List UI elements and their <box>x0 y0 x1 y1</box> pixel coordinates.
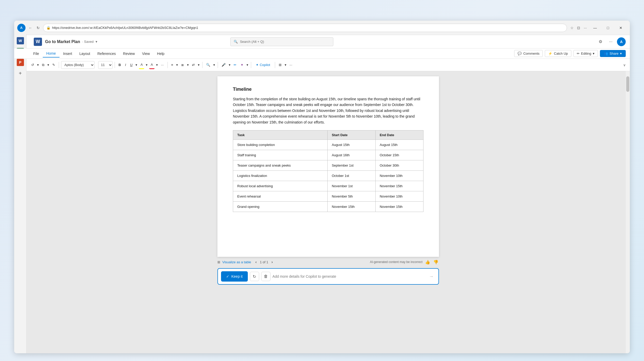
user-avatar-button[interactable]: A <box>617 37 626 46</box>
dictate-button[interactable]: 🎤 <box>220 61 227 69</box>
send-button[interactable]: → <box>427 272 435 281</box>
dictate-dropdown[interactable]: ▾ <box>228 61 231 69</box>
share-button[interactable]: 👥 Share ▾ <box>600 50 626 57</box>
menu-layout[interactable]: Layout <box>76 50 94 57</box>
menu-bar-right: 💬 Comments ⚡ Catch Up ✏ Editing ▾ 👥 Shar… <box>514 50 626 57</box>
text-direction-button[interactable]: ⇄ <box>190 61 196 69</box>
highlight-dropdown[interactable]: ▾ <box>145 61 148 69</box>
table-cell-end: October 15th <box>375 150 423 160</box>
catchup-button[interactable]: ⚡ Catch Up <box>545 50 571 57</box>
share-label: Share <box>609 52 618 55</box>
table-cell-task: Robust local advertising <box>233 181 328 191</box>
app-search-bar[interactable]: 🔍 Search (Alt + Q) <box>230 37 333 46</box>
favorites-button[interactable]: ☆ <box>569 25 575 31</box>
back-button[interactable]: ← <box>28 25 33 31</box>
thumbs-down-button[interactable]: 👎 <box>433 259 439 265</box>
bold-button[interactable]: B <box>117 61 122 69</box>
maximize-button[interactable]: □ <box>602 24 614 32</box>
copilot-button[interactable]: ✦ Copilot <box>253 61 273 69</box>
menu-help[interactable]: Help <box>154 50 168 57</box>
settings-button[interactable]: ⚙ <box>596 38 605 46</box>
comments-label: Comments <box>523 52 539 55</box>
table-cell-start: November 5th <box>327 191 375 201</box>
word-app-button[interactable]: W <box>16 36 25 45</box>
clipboard-button[interactable]: ⧉ <box>40 61 46 69</box>
font-selector[interactable]: Aptos (Body) <box>61 61 95 69</box>
separator-1 <box>59 62 59 68</box>
separator-5 <box>218 62 218 68</box>
saved-dropdown[interactable]: ▾ <box>96 40 97 44</box>
bullets-dropdown[interactable]: ▾ <box>176 61 179 69</box>
table-cell-end: November 10th <box>375 191 423 201</box>
timeline-heading: Timeline <box>233 87 423 92</box>
undo-button[interactable]: ↺ <box>30 61 36 69</box>
font-size-selector[interactable]: 11 <box>98 61 113 69</box>
word-logo: W <box>34 38 42 46</box>
minimize-button[interactable]: — <box>589 24 601 32</box>
copilot-input[interactable] <box>273 274 425 278</box>
text-direction-dropdown[interactable]: ▾ <box>197 61 200 69</box>
underline-button[interactable]: U <box>129 61 134 69</box>
bullets-button[interactable]: ≡ <box>170 61 175 69</box>
search-icon: 🔍 <box>234 40 238 44</box>
table-layout-button[interactable]: ⊞ <box>277 61 283 69</box>
refresh-button[interactable]: ↻ <box>35 25 41 31</box>
clipboard-dropdown[interactable]: ▾ <box>47 61 50 69</box>
col-task: Task <box>233 130 328 140</box>
font-color-dropdown[interactable]: ▾ <box>156 61 158 69</box>
menu-view[interactable]: View <box>138 50 153 57</box>
close-button[interactable]: ✕ <box>615 24 627 32</box>
italic-button[interactable]: I <box>123 61 128 69</box>
browser-window: A ← ↻ 🔒 https://onedrive.live.com/:w:/t/… <box>14 21 630 353</box>
thumbs-up-button[interactable]: 👍 <box>425 259 431 265</box>
menu-review[interactable]: Review <box>120 50 139 57</box>
undo-dropdown[interactable]: ▾ <box>37 61 39 69</box>
doc-title: Go to Market Plan <box>45 39 80 44</box>
editing-label: Editing <box>581 52 591 55</box>
ribbon-expand-arrow[interactable]: ∨ <box>623 63 626 67</box>
editor-button[interactable]: ✏ <box>232 61 238 69</box>
editing-icon: ✏ <box>577 52 580 55</box>
underline-dropdown[interactable]: ▾ <box>135 61 138 69</box>
add-app-button[interactable]: + <box>16 69 25 78</box>
designer-button[interactable]: ✦ <box>239 61 245 69</box>
align-dropdown[interactable]: ▾ <box>187 61 189 69</box>
next-page-button[interactable]: › <box>269 259 275 265</box>
collections-button[interactable]: ⊡ <box>576 25 581 31</box>
catchup-icon: ⚡ <box>548 52 552 55</box>
browser-more-button[interactable]: ··· <box>582 25 588 31</box>
visualize-label[interactable]: Visualize as a table <box>222 260 251 264</box>
menu-file[interactable]: File <box>30 50 43 57</box>
table-row: Staff trainingAugust 16thOctober 15th <box>233 150 423 160</box>
table-cell-end: October 30th <box>375 160 423 170</box>
table-row: Logistics finalizationOctober 1stNovembe… <box>233 170 423 181</box>
prev-page-button[interactable]: ‹ <box>253 259 259 265</box>
regenerate-button[interactable]: ↻ <box>250 272 259 281</box>
table-row: Robust local advertisingNovember 1stNove… <box>233 181 423 191</box>
menu-home[interactable]: Home <box>43 50 60 58</box>
format-painter-button[interactable]: ✎ <box>51 61 57 69</box>
font-color-button[interactable]: A <box>149 61 155 69</box>
overflow-button[interactable]: ··· <box>288 61 294 69</box>
scrollbar-thumb[interactable] <box>626 76 629 92</box>
trash-icon: 🗑 <box>264 274 268 279</box>
delete-button[interactable]: 🗑 <box>261 272 270 281</box>
align-button[interactable]: ≣ <box>180 61 185 69</box>
ppt-app-button[interactable]: P <box>16 58 25 67</box>
address-bar[interactable]: 🔒 https://onedrive.live.com/:w:/t/EaCKkP… <box>43 24 567 32</box>
more-options-button[interactable]: ··· <box>607 38 615 46</box>
find-replace-button[interactable]: 🔍 <box>205 61 212 69</box>
more-format-button[interactable]: ··· <box>159 61 165 69</box>
menu-insert[interactable]: Insert <box>60 50 76 57</box>
keep-button[interactable]: ✓ Keep it <box>221 271 248 282</box>
find-dropdown[interactable]: ▾ <box>213 61 216 69</box>
ai-toolbar-right: AI-generated content may be incorrect 👍 … <box>370 259 439 265</box>
editing-button[interactable]: ✏ Editing ▾ <box>573 50 598 57</box>
table-dropdown[interactable]: ▾ <box>284 61 287 69</box>
menu-references[interactable]: References <box>94 50 120 57</box>
title-bar: A ← ↻ 🔒 https://onedrive.live.com/:w:/t/… <box>14 21 630 35</box>
saved-status: · Saved <box>82 40 94 44</box>
highlight-button[interactable]: A <box>139 61 144 69</box>
designer-dropdown[interactable]: ▾ <box>246 61 249 69</box>
comments-button[interactable]: 💬 Comments <box>514 50 543 57</box>
